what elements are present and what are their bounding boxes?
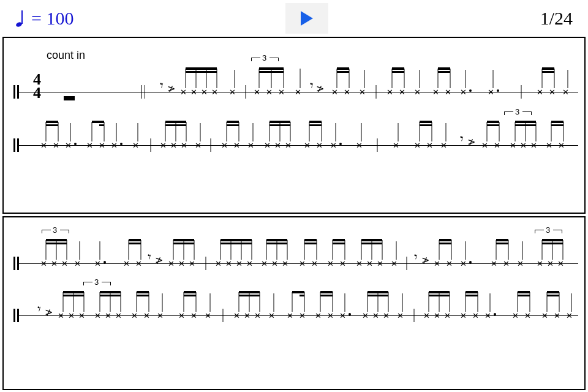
svg-rect-212 [304,239,317,241]
svg-rect-206 [266,239,287,241]
svg-rect-51 [438,67,450,70]
svg-rect-65 [542,71,554,73]
svg-rect-188 [173,243,194,244]
play-button[interactable] [285,3,328,34]
svg-rect-299 [239,291,260,293]
svg-point-85 [120,143,123,145]
svg-rect-275 [100,295,121,296]
svg-text:✕: ✕ [327,311,334,320]
svg-rect-177 [129,239,141,241]
svg-rect-167 [46,243,67,244]
svg-text:✕: ✕ [316,141,323,150]
svg-rect-351 [518,295,530,296]
svg-rect-44 [392,71,404,73]
score-area: count in 4 4 3 𝄾 ≯ ✕ ✕ ✕ ✕ [0,37,588,390]
svg-rect-115 [270,124,290,126]
svg-rect-308 [300,295,304,296]
svg-text:✕: ✕ [78,311,85,320]
svg-rect-213 [304,243,317,244]
svg-point-76 [74,143,77,145]
svg-rect-219 [333,243,345,244]
svg-rect-199 [221,243,252,244]
svg-rect-95 [165,121,186,123]
svg-text:✕: ✕ [233,311,240,320]
svg-text:✕: ✕ [181,141,187,150]
svg-text:✕: ✕ [393,141,399,150]
quarter-note-icon [15,9,26,28]
svg-text:✕: ✕ [115,311,122,320]
svg-text:✕: ✕ [132,141,139,150]
svg-text:✕: ✕ [53,141,59,150]
svg-text:𝄾: 𝄾 [160,83,164,88]
svg-text:✕: ✕ [383,311,390,320]
svg-text:✕: ✕ [330,141,337,150]
svg-text:✕: ✕ [460,311,467,320]
svg-text:✕: ✕ [541,311,548,320]
svg-text:✕: ✕ [510,141,516,150]
svg-text:✕: ✕ [299,311,306,320]
svg-rect-257 [542,243,563,244]
svg-rect-166 [46,239,67,241]
svg-rect-356 [547,291,559,293]
svg-rect-280 [137,291,149,293]
svg-text:✕: ✕ [254,311,261,320]
svg-rect-135 [420,124,432,126]
svg-rect-178 [129,243,141,244]
svg-text:✕: ✕ [285,141,292,150]
svg-point-317 [349,313,351,315]
svg-text:✕: ✕ [68,311,75,320]
svg-text:✕: ✕ [247,141,254,150]
svg-rect-247 [496,243,508,244]
svg-text:𝄾: 𝄾 [310,83,314,88]
svg-text:✕: ✕ [362,311,369,320]
svg-text:≯: ≯ [467,137,475,147]
svg-text:✕: ✕ [264,141,271,150]
svg-rect-342 [466,295,478,296]
svg-text:✕: ✕ [268,311,275,320]
svg-rect-238 [439,243,451,244]
svg-rect-237 [439,239,451,241]
svg-text:✕: ✕ [444,311,451,320]
svg-rect-72 [46,121,58,123]
svg-text:✕: ✕ [58,311,64,320]
svg-point-124 [339,143,342,145]
svg-rect-104 [227,121,239,123]
svg-text:✕: ✕ [566,311,573,320]
svg-rect-25 [259,71,284,73]
svg-rect-281 [137,295,149,296]
svg-text:✕: ✕ [40,141,47,150]
svg-text:✕: ✕ [105,311,111,320]
svg-text:✕: ✕ [86,141,93,150]
svg-rect-267 [63,295,84,296]
svg-rect-187 [173,239,194,241]
svg-text:𝄾: 𝄾 [37,306,41,312]
svg-rect-24 [259,67,284,70]
svg-text:✕: ✕ [94,311,101,320]
svg-rect-288 [184,291,196,293]
svg-text:✕: ✕ [339,311,346,320]
svg-rect-357 [547,295,559,296]
svg-rect-14 [186,71,217,73]
svg-rect-335 [429,291,450,293]
svg-point-345 [494,313,496,315]
svg-text:✕: ✕ [372,311,379,320]
svg-rect-336 [429,295,450,296]
play-icon [300,10,314,27]
svg-rect-198 [221,239,252,241]
svg-text:✕: ✕ [205,311,211,320]
svg-rect-325 [368,295,388,296]
svg-rect-350 [518,291,530,293]
svg-rect-34 [337,67,349,70]
svg-text:✕: ✕ [356,141,363,150]
svg-rect-158 [551,121,564,123]
svg-rect-1 [21,10,23,24]
svg-rect-227 [361,243,382,244]
svg-rect-120 [309,121,322,123]
svg-rect-134 [420,121,432,123]
tempo-text: = 100 [31,8,74,29]
svg-rect-96 [165,124,186,126]
svg-text:✕: ✕ [233,141,240,150]
svg-rect-114 [270,121,290,123]
svg-text:✕: ✕ [484,311,491,320]
svg-rect-246 [496,239,508,241]
